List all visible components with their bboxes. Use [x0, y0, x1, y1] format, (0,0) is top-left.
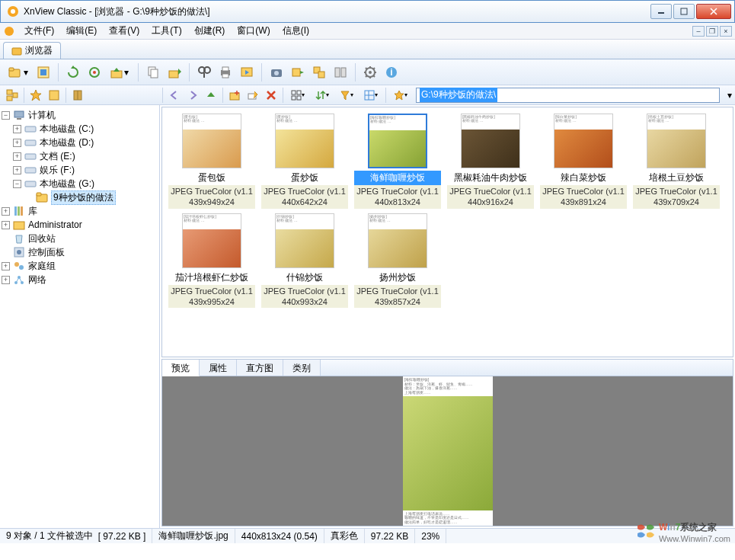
favorites-button[interactable] — [27, 87, 44, 104]
print-button[interactable] — [216, 62, 235, 82]
thumbnail-item[interactable]: [黑椒耗油牛肉炒饭]材料 做法 …黑椒耗油牛肉炒饭JPEG TrueColor … — [444, 114, 537, 209]
mdi-minimize-button[interactable]: – — [692, 26, 705, 37]
mdi-close-button[interactable]: × — [720, 26, 732, 37]
rename-button[interactable] — [244, 87, 261, 104]
thumbnail-name: 黑椒耗油牛肉炒饭 — [447, 171, 534, 185]
thumbnail-meta: JPEG TrueColor (v1.1439x857x24 — [354, 285, 441, 309]
thumbnail-area[interactable]: [蛋包饭]材料 做法 …蛋包饭JPEG TrueColor (v1.1439x9… — [161, 107, 733, 357]
tree-toggle[interactable]: + — [13, 139, 21, 147]
tree-drive-f[interactable]: 娱乐 (F:) — [40, 164, 75, 177]
tree-toggle[interactable]: + — [2, 262, 10, 270]
thumbnail-item[interactable]: [培根土豆炒饭]材料 做法 …培根土豆炒饭JPEG TrueColor (v1.… — [630, 114, 723, 209]
address-dropdown-button[interactable]: ▾ — [724, 90, 735, 101]
svg-rect-55 — [25, 181, 36, 187]
tree-library[interactable]: 库 — [28, 205, 37, 218]
tab-browser[interactable]: 浏览器 — [3, 42, 61, 59]
menu-window[interactable]: 窗口(W) — [231, 23, 276, 39]
open-button[interactable]: ▾ — [5, 62, 32, 82]
address-bar[interactable]: G:\9种炒饭的做法\ — [416, 88, 720, 103]
svg-rect-53 — [25, 154, 36, 159]
capture-button[interactable] — [267, 62, 286, 82]
svg-rect-34 — [7, 90, 12, 94]
nav-back-button[interactable] — [166, 87, 183, 104]
up-folder-button[interactable]: ▾ — [106, 62, 133, 82]
minimize-button[interactable] — [650, 4, 672, 19]
tree-control-panel[interactable]: 控制面板 — [28, 246, 65, 259]
detail-tab-properties[interactable]: 属性 — [200, 360, 237, 376]
thumbnail-name: 培根土豆炒饭 — [633, 171, 720, 185]
detail-tab-histogram[interactable]: 直方图 — [237, 360, 283, 376]
thumbnail-item[interactable]: [扬州炒饭]材料 做法 …扬州炒饭JPEG TrueColor (v1.1439… — [351, 213, 444, 309]
settings-button[interactable] — [360, 62, 380, 82]
svg-rect-44 — [292, 96, 296, 100]
thumbnail-item[interactable]: [茄汁培根虾仁炒饭]材料 做法 …茄汁培根虾仁炒饭JPEG TrueColor … — [165, 213, 258, 309]
tree-drive-c[interactable]: 本地磁盘 (C:) — [40, 123, 94, 136]
nav-forward-button[interactable] — [184, 87, 201, 104]
tree-toggle[interactable]: − — [13, 180, 21, 188]
stop-button[interactable] — [85, 62, 104, 82]
tree-selected-folder[interactable]: 9种炒饭的做法 — [51, 190, 116, 205]
tree-toggle[interactable]: + — [13, 166, 21, 174]
svg-rect-43 — [297, 91, 301, 94]
thumbnail-item[interactable]: [蛋包饭]材料 做法 …蛋包饭JPEG TrueColor (v1.1439x9… — [165, 114, 258, 209]
thumbnail-meta: JPEG TrueColor (v1.1439x995x24 — [168, 285, 255, 309]
tree-recycle[interactable]: 回收站 — [28, 232, 56, 245]
tree-administrator[interactable]: Administrator — [28, 219, 82, 230]
mdi-restore-button[interactable]: ❐ — [706, 26, 718, 37]
tree-toggle[interactable]: + — [13, 125, 21, 133]
tree-toggle[interactable]: + — [13, 152, 21, 161]
thumbnail-item[interactable]: [什锦炒饭]材料 做法 …什锦炒饭JPEG TrueColor (v1.1440… — [258, 213, 351, 309]
menu-view[interactable]: 查看(V) — [103, 23, 145, 39]
svg-rect-9 — [40, 69, 46, 75]
menu-create[interactable]: 创建(R) — [188, 23, 232, 39]
menu-tools[interactable]: 工具(T) — [145, 23, 187, 39]
info-button[interactable]: i — [382, 62, 401, 82]
delete-button[interactable] — [263, 87, 280, 104]
nav-up-button[interactable] — [203, 87, 219, 104]
bookmark-button[interactable]: ▾ — [389, 87, 412, 104]
menu-file[interactable]: 文件(F) — [18, 23, 60, 39]
menu-edit[interactable]: 编辑(E) — [60, 23, 103, 39]
folders-view-button[interactable] — [4, 87, 21, 104]
sort-button[interactable]: ▾ — [311, 87, 334, 104]
tree-toggle[interactable]: + — [2, 207, 10, 216]
convert-button[interactable] — [288, 62, 308, 82]
drive-icon — [24, 123, 37, 135]
tree-computer[interactable]: 计算机 — [28, 109, 56, 122]
tree-toggle[interactable]: − — [2, 111, 10, 120]
tree-drive-e[interactable]: 文档 (E:) — [40, 150, 75, 163]
thumbnail-item[interactable]: [蛋炒饭]材料 做法 …蛋炒饭JPEG TrueColor (v1.1440x6… — [258, 114, 351, 209]
thumbnail-item[interactable]: [海鲜咖喱炒饭]材料 做法 …海鲜咖喱炒饭JPEG TrueColor (v1.… — [351, 114, 444, 209]
refresh-button[interactable] — [63, 62, 83, 82]
batch-button[interactable] — [309, 62, 329, 82]
maximize-button[interactable] — [673, 4, 695, 19]
svg-rect-21 — [222, 74, 228, 78]
fullscreen-button[interactable] — [34, 62, 53, 82]
search-button[interactable] — [194, 62, 214, 82]
tree-homegroup[interactable]: 家庭组 — [28, 260, 56, 273]
slideshow-button[interactable] — [237, 62, 257, 82]
categories-button[interactable] — [46, 87, 62, 104]
folder-tree[interactable]: −计算机 +本地磁盘 (C:) +本地磁盘 (D:) +文档 (E:) +娱乐 … — [0, 105, 160, 528]
compare-button[interactable] — [331, 62, 350, 82]
tree-toggle[interactable]: + — [2, 276, 10, 284]
layout-button[interactable]: ▾ — [360, 87, 382, 104]
export-button[interactable] — [165, 62, 184, 82]
new-folder-button[interactable] — [226, 87, 243, 104]
book-button[interactable] — [69, 87, 86, 104]
tree-drive-d[interactable]: 本地磁盘 (D:) — [40, 136, 94, 149]
menu-info[interactable]: 信息(I) — [276, 23, 315, 39]
filter-button[interactable]: ▾ — [335, 87, 358, 104]
view-mode-button[interactable]: ▾ — [286, 87, 309, 104]
status-filesize: 97.22 KB — [365, 529, 415, 543]
tree-toggle[interactable]: + — [2, 221, 10, 229]
thumbnail-meta: JPEG TrueColor (v1.1439x709x24 — [633, 185, 720, 209]
detail-tab-categories[interactable]: 类别 — [283, 360, 321, 376]
tree-drive-g[interactable]: 本地磁盘 (G:) — [40, 178, 94, 190]
thumbnail-item[interactable]: [辣白菜炒饭]材料 做法 …辣白菜炒饭JPEG TrueColor (v1.14… — [537, 114, 630, 209]
close-button[interactable] — [696, 4, 731, 19]
svg-rect-5 — [12, 48, 21, 55]
tree-network[interactable]: 网络 — [28, 274, 46, 286]
copy-button[interactable] — [143, 62, 163, 82]
detail-tab-preview[interactable]: 预览 — [162, 360, 200, 376]
